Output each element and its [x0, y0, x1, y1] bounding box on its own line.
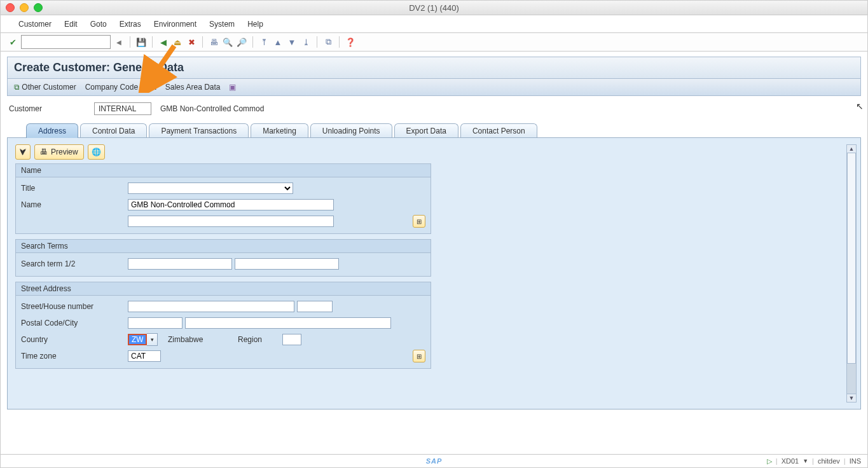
customer-header-row: Customer INTERNAL GMB Non-Controlled Com…: [7, 96, 861, 123]
tab-control-data[interactable]: Control Data: [80, 123, 147, 138]
menu-help[interactable]: Help: [241, 17, 270, 31]
group-name: Name Title Name: [15, 163, 431, 234]
print-icon[interactable]: 🖶: [208, 36, 219, 48]
last-page-icon[interactable]: ⤓: [300, 36, 312, 48]
window-title: DV2 (1) (440): [1, 3, 867, 13]
scroll-down-icon[interactable]: ▼: [847, 394, 856, 402]
additional-data-icon[interactable]: ▣: [229, 83, 236, 92]
group-search-terms: Search Terms Search term 1/2: [15, 239, 431, 277]
status-mode: INS: [850, 457, 861, 465]
tab-address[interactable]: Address: [26, 123, 78, 138]
create-session-icon[interactable]: ⧉: [322, 36, 334, 48]
status-dropdown-icon[interactable]: ▼: [803, 458, 808, 464]
cancel-icon[interactable]: ✖: [186, 36, 197, 48]
chevron-down-icon: ⮟: [19, 148, 27, 156]
statusbar: SAP ▷ | XD01 ▼ | chitdev | INS: [1, 454, 867, 467]
more-address-icon[interactable]: ⊞: [413, 350, 425, 362]
other-customer-icon: ⧉: [14, 83, 20, 92]
print-icon: 🖶: [40, 148, 48, 156]
menu-customer[interactable]: Customer: [12, 17, 58, 31]
intl-versions-button[interactable]: 🌐: [88, 144, 105, 160]
group-street-header: Street Address: [16, 282, 431, 296]
tab-export-data[interactable]: Export Data: [394, 123, 458, 138]
back-icon[interactable]: ◀: [158, 36, 169, 48]
title-select[interactable]: [128, 182, 293, 194]
status-session-icon[interactable]: ▷: [767, 457, 772, 465]
status-user: chitdev: [818, 457, 840, 465]
search-term1-input[interactable]: [128, 258, 232, 270]
prev-page-icon[interactable]: ▲: [272, 36, 284, 48]
menu-goto[interactable]: Goto: [84, 17, 113, 31]
standard-toolbar: ✔ ◀ 💾 ◀ ⏏ ✖ 🖶 🔍 🔎 ⤒ ▲ ▼ ⤓ ⧉ ❓: [1, 33, 867, 52]
menu-edit[interactable]: Edit: [58, 17, 84, 31]
enter-icon[interactable]: ✔: [7, 36, 18, 48]
customer-id-field: INTERNAL: [94, 102, 151, 115]
menu-extras[interactable]: Extras: [113, 17, 148, 31]
tabstrip: Address Control Data Payment Transaction…: [7, 123, 861, 137]
timezone-input[interactable]: [128, 350, 161, 362]
country-name-text: Zimbabwe: [168, 335, 238, 344]
customer-name-text: GMB Non-Controlled Commod: [160, 104, 264, 113]
region-input[interactable]: [282, 334, 301, 345]
command-field[interactable]: [21, 35, 111, 49]
tab-marketing[interactable]: Marketing: [251, 123, 308, 138]
street-label: Street/House number: [21, 302, 128, 311]
postal-code-input[interactable]: [128, 317, 183, 329]
status-tcode: XD01: [782, 457, 799, 465]
application-toolbar: ⧉ Other Customer Company Code Data Sales…: [7, 79, 861, 96]
company-code-data-button[interactable]: Company Code Data: [85, 83, 156, 92]
menu-system[interactable]: System: [203, 17, 241, 31]
scroll-thumb[interactable]: [847, 153, 856, 364]
dropdown-history-icon[interactable]: ◀: [113, 36, 125, 48]
help-icon[interactable]: ❓: [345, 36, 356, 48]
name2-input[interactable]: [128, 216, 334, 227]
region-label: Region: [238, 335, 282, 344]
title-label: Title: [21, 184, 128, 193]
search-term-label: Search term 1/2: [21, 259, 128, 268]
sap-logo: SAP: [426, 457, 443, 465]
group-name-header: Name: [16, 164, 431, 177]
exit-icon[interactable]: ⏏: [172, 36, 183, 48]
tab-unloading-points[interactable]: Unloading Points: [310, 123, 392, 138]
customer-label: Customer: [9, 104, 85, 113]
group-street-address: Street Address Street/House number Posta…: [15, 282, 431, 369]
country-search-help-icon[interactable]: ▾: [147, 333, 158, 346]
tab-payment-transactions[interactable]: Payment Transactions: [149, 123, 249, 138]
find-icon[interactable]: 🔍: [222, 36, 233, 48]
group-search-header: Search Terms: [16, 240, 431, 253]
postal-label: Postal Code/City: [21, 319, 128, 327]
name-input[interactable]: [128, 199, 334, 210]
menu-environment[interactable]: Environment: [148, 17, 203, 31]
house-number-input[interactable]: [297, 301, 333, 312]
page-title-box: Create Customer: General Data: [7, 57, 861, 79]
city-input[interactable]: [185, 317, 391, 329]
timezone-label: Time zone: [21, 352, 128, 361]
sales-area-data-button[interactable]: Sales Area Data: [165, 83, 221, 92]
next-page-icon[interactable]: ▼: [286, 36, 298, 48]
search-term2-input[interactable]: [235, 258, 339, 270]
save-icon[interactable]: 💾: [135, 36, 147, 48]
find-next-icon[interactable]: 🔎: [236, 36, 247, 48]
expand-button[interactable]: ⮟: [15, 144, 31, 160]
other-customer-button[interactable]: ⧉ Other Customer: [14, 83, 76, 92]
tab-body: ⮟ 🖶 Preview 🌐 Name Title: [7, 137, 861, 410]
page-title: Create Customer: General Data: [14, 61, 854, 74]
street-input[interactable]: [128, 301, 294, 312]
app-menubar: Customer Edit Goto Extras Environment Sy…: [1, 15, 867, 33]
globe-icon: 🌐: [92, 148, 101, 156]
country-input[interactable]: [128, 334, 147, 345]
preview-button[interactable]: 🖶 Preview: [34, 144, 84, 160]
more-names-icon[interactable]: ⊞: [413, 215, 425, 228]
tab-scrollbar[interactable]: ▲ ▼: [846, 144, 857, 403]
country-label: Country: [21, 335, 128, 344]
first-page-icon[interactable]: ⤒: [258, 36, 270, 48]
name-label: Name: [21, 200, 128, 209]
mac-titlebar: DV2 (1) (440): [1, 1, 867, 15]
tab-contact-person[interactable]: Contact Person: [460, 123, 537, 138]
